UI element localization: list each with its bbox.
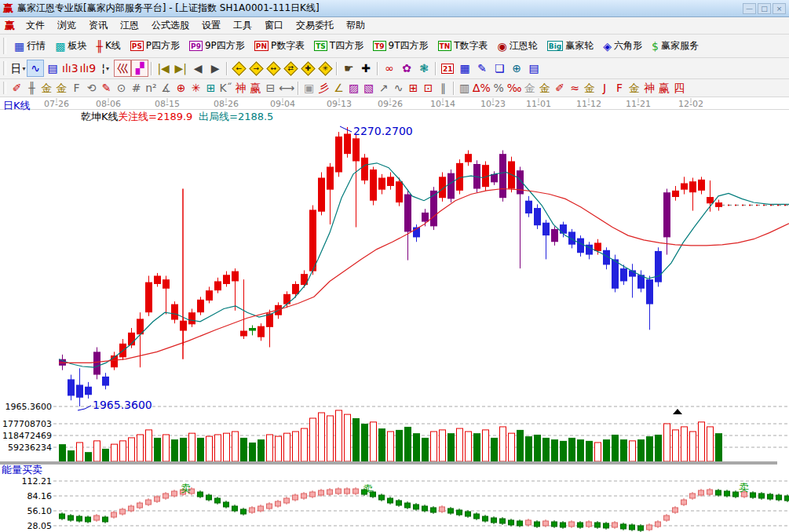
- 9p-square-button[interactable]: P99P四方形: [184, 37, 250, 55]
- winner-wheel-button[interactable]: Big赢家轮: [542, 37, 598, 55]
- num-grid-button[interactable]: ⊟: [263, 81, 278, 96]
- save-button[interactable]: ❏: [491, 60, 508, 77]
- diamond-arrow-cross-button[interactable]: ✚: [299, 60, 316, 77]
- box-x-button[interactable]: ▨: [346, 81, 361, 96]
- maximize-button[interactable]: □: [758, 3, 771, 14]
- menu-item-help[interactable]: 帮助: [340, 17, 371, 34]
- menu-item-formula-picker[interactable]: 公式选股: [145, 17, 195, 34]
- k-mark-button[interactable]: K˝: [218, 81, 233, 96]
- slash-lines-button[interactable]: ∠: [331, 81, 346, 96]
- time-grid-button[interactable]: #: [129, 81, 144, 96]
- hand-tool-button[interactable]: ☛: [340, 60, 357, 77]
- quotes-button[interactable]: ▦行情: [9, 37, 50, 55]
- box-hatch-button[interactable]: ▧: [361, 81, 376, 96]
- angle-tool-button[interactable]: ∡: [159, 81, 174, 96]
- gann-pattern-button[interactable]: 巛: [114, 60, 131, 77]
- gold-angle-1-button[interactable]: 金: [583, 81, 597, 96]
- grid-red-2-button[interactable]: ⊡: [421, 81, 436, 96]
- flower-tool-button[interactable]: ✿: [398, 60, 415, 77]
- winner-service-button[interactable]: $赢家服务: [647, 37, 703, 55]
- ying-grid-button[interactable]: 赢: [248, 81, 263, 96]
- calculator-button[interactable]: ▦: [456, 60, 473, 77]
- hexagon-button[interactable]: ◈六角形: [598, 37, 647, 55]
- diamond-arrow-lr-button[interactable]: ↔: [265, 60, 282, 77]
- p-square-button[interactable]: PSP四方形: [126, 37, 184, 55]
- zigzag-button[interactable]: ∿: [391, 81, 406, 96]
- first-page-button[interactable]: |◀: [155, 60, 172, 77]
- wave-lines-button[interactable]: ≈: [568, 81, 583, 96]
- fibo-grid-button[interactable]: F: [69, 81, 84, 96]
- kline-button[interactable]: ╫K线: [91, 37, 125, 55]
- n-square-button[interactable]: n²: [144, 81, 159, 96]
- trend-lines-button[interactable]: ↗: [376, 81, 391, 96]
- j-angle-button[interactable]: J: [597, 81, 612, 96]
- next-page-button[interactable]: ▶: [206, 60, 224, 77]
- gold-circle-button[interactable]: 金: [523, 81, 538, 96]
- pen-small-button[interactable]: ✐: [553, 81, 568, 96]
- rect-tool-button[interactable]: ▣: [301, 81, 316, 96]
- web-button[interactable]: ⊕: [508, 60, 525, 77]
- close-button[interactable]: ×: [773, 3, 786, 14]
- menu-item-window[interactable]: 窗口: [258, 17, 290, 34]
- measure-tool-button[interactable]: ∞: [381, 60, 398, 77]
- net-tool-button[interactable]: ❃: [415, 60, 433, 77]
- bars-3-button[interactable]: ılı3: [61, 60, 79, 77]
- minimize-button[interactable]: —: [743, 3, 756, 14]
- shen-grid-button[interactable]: 神: [233, 81, 248, 96]
- pen-ruler-button[interactable]: ✎: [99, 81, 114, 96]
- ying-angle-button[interactable]: 赢: [657, 81, 672, 96]
- kline-chart[interactable]: 07-2608-0608-1508-2609-0409-1309-2610-14…: [0, 97, 789, 532]
- star-grid-button[interactable]: ✳: [188, 81, 203, 96]
- print-button[interactable]: ▤: [525, 60, 542, 77]
- candle-type-button[interactable]: ¦▾: [97, 60, 114, 77]
- prev-page-button[interactable]: ◀: [189, 60, 206, 77]
- note-view-button[interactable]: ▤: [44, 60, 61, 77]
- pct-triangle-button[interactable]: ∆%: [472, 81, 491, 96]
- sectors-button[interactable]: ▩板块: [50, 37, 91, 55]
- t-square-button[interactable]: TST四方形: [309, 37, 368, 55]
- column-stats-button[interactable]: ▥: [457, 81, 472, 96]
- pattern-view-button[interactable]: ∿: [27, 60, 44, 77]
- f-angle-button[interactable]: F: [612, 81, 627, 96]
- last-page-button[interactable]: ▶|: [172, 60, 189, 77]
- permille-line-button[interactable]: ‰: [506, 81, 523, 96]
- shen-angle-button[interactable]: 神: [642, 81, 657, 96]
- diamond-arrow-left-button[interactable]: ←: [230, 60, 247, 77]
- spiral-button[interactable]: ⟲: [84, 81, 99, 96]
- gann-wheel-button[interactable]: ◉江恩轮: [493, 37, 542, 55]
- gold-grid-1-button[interactable]: 金: [39, 81, 54, 96]
- ray-fan-button[interactable]: 彡: [316, 81, 331, 96]
- diamond-arrow-right-button[interactable]: →: [247, 60, 265, 77]
- si-angle-button[interactable]: 四: [672, 81, 687, 96]
- pen-knife-button[interactable]: ✐: [9, 81, 24, 96]
- parallel-lines-button[interactable]: ∥: [436, 81, 451, 96]
- percent-button[interactable]: %: [491, 81, 506, 96]
- bars-9-button[interactable]: ılı9: [79, 60, 97, 77]
- menu-item-news[interactable]: 资讯: [82, 17, 114, 34]
- histogram-view-button[interactable]: ▞: [131, 60, 148, 77]
- calendar-button[interactable]: 21: [439, 60, 456, 77]
- diamond-arrow-swap-button[interactable]: ⇄: [282, 60, 299, 77]
- gold-grid-2-button[interactable]: 金: [54, 81, 69, 96]
- menu-item-gann[interactable]: 江恩: [114, 17, 145, 34]
- menu-item-browse[interactable]: 浏览: [51, 17, 82, 34]
- menu-item-tools[interactable]: 工具: [227, 17, 258, 34]
- menu-item-settings[interactable]: 设置: [195, 17, 227, 34]
- menu-item-trade[interactable]: 交易委托: [290, 17, 340, 34]
- kline-style-button[interactable]: 日▾: [9, 60, 27, 77]
- doc-edit-button[interactable]: ✎: [473, 60, 491, 77]
- crosshair-tool-button[interactable]: ✚: [357, 60, 374, 77]
- time-circle-button[interactable]: ⊙: [114, 81, 129, 96]
- diamond-arrow-star-button[interactable]: ✳: [316, 60, 334, 77]
- menu-item-file[interactable]: 文件: [20, 17, 51, 34]
- gold-angle-2-button[interactable]: 金: [627, 81, 642, 96]
- width-arrows-button[interactable]: ⟷: [278, 81, 295, 96]
- gann-grid-button[interactable]: ╫: [24, 81, 39, 96]
- p-number-table-button[interactable]: PNP数字表: [250, 37, 309, 55]
- box-grid-button[interactable]: ⊞: [203, 81, 218, 96]
- t-number-table-button[interactable]: TNT数字表: [433, 37, 493, 55]
- grid-red-1-button[interactable]: ⊞: [406, 81, 421, 96]
- 9t-square-button[interactable]: T99T四方形: [368, 37, 433, 55]
- gold-lines-button[interactable]: 金: [538, 81, 553, 96]
- target-tool-button[interactable]: ⊕: [174, 81, 188, 96]
